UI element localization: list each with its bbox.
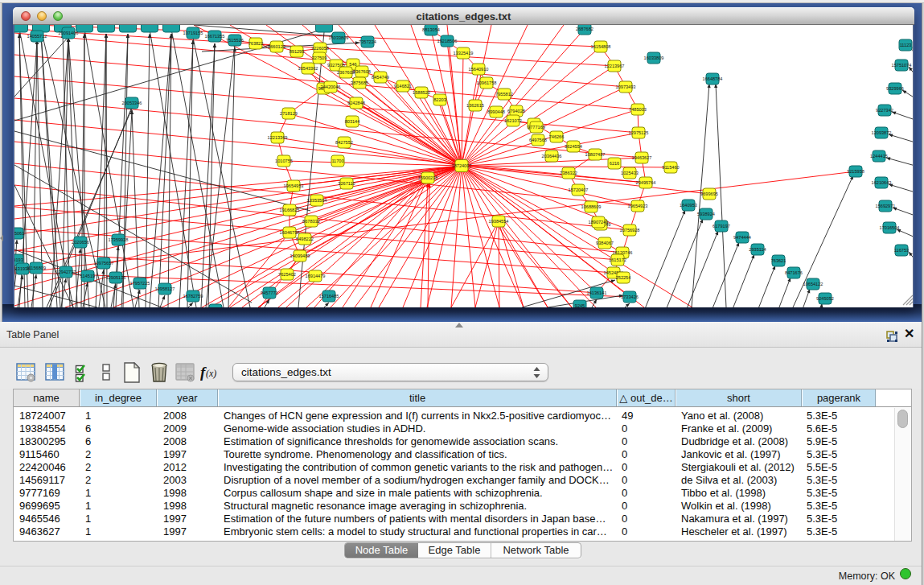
svg-text:9777169: 9777169 [528, 125, 545, 130]
svg-text:1588520: 1588520 [413, 90, 430, 95]
svg-text:10973493: 10973493 [616, 84, 636, 89]
svg-text:10807487: 10807487 [585, 152, 606, 157]
svg-text:14055712: 14055712 [27, 34, 47, 39]
svg-text:2718129: 2718129 [280, 111, 298, 116]
svg-text:11156809: 11156809 [27, 266, 46, 270]
svg-text:16033809: 16033809 [644, 56, 664, 60]
svg-text:1025433: 1025433 [621, 171, 639, 175]
svg-text:116753: 116753 [894, 248, 909, 253]
svg-text:327509: 327509 [312, 56, 327, 60]
svg-text:12213369: 12213369 [268, 135, 288, 140]
svg-text:12942737: 12942737 [56, 270, 76, 274]
svg-text:8813054: 8813054 [422, 27, 440, 32]
svg-text:12093872: 12093872 [872, 130, 892, 135]
svg-text:3875685: 3875685 [351, 80, 368, 85]
svg-text:82203: 82203 [433, 97, 446, 102]
svg-text:10975657: 10975657 [94, 261, 114, 266]
svg-text:18724007: 18724007 [452, 163, 472, 168]
svg-text:12213967: 12213967 [605, 64, 625, 68]
svg-text:20053346: 20053346 [122, 101, 142, 105]
svg-text:8678332: 8678332 [302, 219, 320, 224]
svg-text:15716485: 15716485 [319, 294, 339, 299]
svg-text:9329966: 9329966 [886, 86, 904, 91]
svg-text:16648784: 16648784 [703, 76, 723, 81]
svg-text:(x): (x) [206, 368, 216, 379]
svg-text:10719155: 10719155 [183, 31, 203, 35]
svg-text:2367608: 2367608 [353, 69, 371, 74]
svg-text:6497568: 6497568 [529, 138, 547, 142]
svg-text:546: 546 [349, 62, 356, 67]
svg-text:12975125: 12975125 [629, 130, 649, 135]
svg-text:20364436: 20364436 [542, 154, 562, 159]
svg-text:3624554: 3624554 [565, 144, 582, 149]
svg-text:8454749: 8454749 [372, 75, 389, 80]
svg-text:10543362: 10543362 [298, 66, 318, 71]
svg-text:16033809: 16033809 [329, 35, 349, 40]
svg-text:13353594: 13353594 [307, 198, 327, 203]
svg-text:1362615: 1362615 [466, 103, 484, 108]
svg-text:7357224: 7357224 [359, 39, 376, 44]
svg-text:39193: 39193 [14, 257, 23, 262]
svg-text:16782759: 16782759 [183, 294, 203, 299]
svg-text:2367608: 2367608 [337, 70, 355, 75]
svg-text:16210643: 16210643 [872, 180, 892, 185]
svg-text:15720407: 15720407 [569, 187, 589, 192]
svg-text:845061: 845061 [14, 231, 24, 236]
svg-text:11700: 11700 [331, 159, 343, 163]
svg-text:16671355: 16671355 [205, 34, 225, 39]
svg-text:1733426: 1733426 [621, 295, 639, 299]
svg-text:3267110: 3267110 [338, 181, 355, 186]
svg-text:252254: 252254 [616, 275, 631, 280]
svg-text:5938924: 5938924 [697, 212, 715, 216]
svg-text:10961758: 10961758 [477, 80, 497, 85]
svg-text:10688609: 10688609 [581, 204, 602, 209]
svg-text:763822: 763822 [248, 41, 264, 46]
svg-text:14099489: 14099489 [290, 253, 310, 258]
svg-text:19166825: 19166825 [280, 208, 300, 212]
svg-text:8427552: 8427552 [335, 140, 353, 145]
svg-text:6216: 6216 [610, 161, 619, 166]
svg-text:8990448: 8990448 [487, 109, 505, 114]
svg-text:2935114: 2935114 [749, 247, 766, 252]
svg-text:20091406: 20091406 [59, 31, 79, 35]
svg-text:891295: 891295 [290, 49, 305, 54]
svg-text:1640953: 1640953 [680, 203, 697, 208]
svg-text:7386322: 7386322 [560, 171, 577, 175]
svg-text:8660123: 8660123 [268, 44, 285, 49]
svg-text:16154808: 16154808 [591, 44, 611, 49]
svg-text:763621: 763621 [771, 258, 786, 263]
svg-text:16914479: 16914479 [306, 274, 326, 278]
svg-text:3215958: 3215958 [847, 169, 864, 174]
svg-text:19654923: 19654923 [628, 204, 648, 208]
svg-text:15640910: 15640910 [469, 67, 489, 72]
svg-text:8471676: 8471676 [785, 270, 803, 275]
svg-text:10654122: 10654122 [803, 282, 823, 286]
svg-text:13325419: 13325419 [454, 51, 474, 56]
svg-text:9474444: 9474444 [733, 235, 751, 240]
svg-text:3226058: 3226058 [311, 46, 329, 51]
svg-text:17016504: 17016504 [880, 225, 900, 230]
svg-text:19463627: 19463627 [632, 155, 652, 160]
svg-text:5498222: 5498222 [296, 237, 314, 241]
svg-text:7515526: 7515526 [226, 38, 244, 43]
svg-text:9227342: 9227342 [876, 108, 893, 113]
svg-text:10958127: 10958127 [155, 286, 175, 291]
svg-text:15900215: 15900215 [418, 175, 438, 180]
svg-text:12905135: 12905135 [106, 275, 126, 280]
svg-text:9146821: 9146821 [394, 84, 412, 89]
svg-text:746266: 746266 [549, 134, 565, 139]
svg-text:2020656: 2020656 [72, 240, 89, 245]
svg-text:15692971: 15692971 [876, 204, 896, 208]
svg-text:7625402: 7625402 [278, 272, 296, 277]
svg-text:9457771: 9457771 [261, 290, 278, 295]
svg-text:23495764: 23495764 [636, 180, 656, 185]
svg-text:2687682: 2687682 [576, 27, 593, 31]
svg-text:7955812: 7955812 [495, 92, 513, 97]
svg-text:6794028: 6794028 [507, 109, 525, 113]
svg-text:17359928: 17359928 [109, 237, 129, 242]
svg-text:19218506: 19218506 [437, 39, 458, 43]
svg-text:9384067: 9384067 [596, 241, 614, 245]
svg-text:1244415: 1244415 [870, 154, 888, 159]
svg-text:9115460: 9115460 [662, 165, 679, 170]
svg-text:114519: 114519 [80, 274, 95, 278]
